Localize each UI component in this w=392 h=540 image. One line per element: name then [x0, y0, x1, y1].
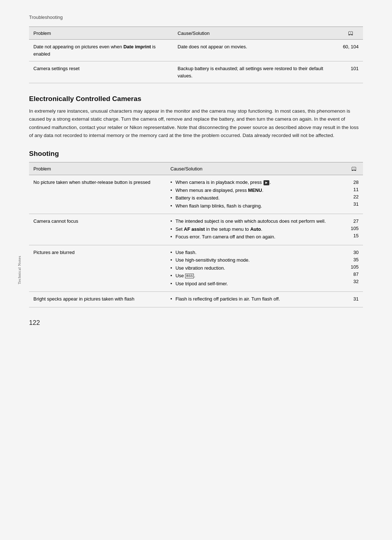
col-header-icon-shoot: 🕮 — [345, 162, 363, 175]
list-item: Use BSS. — [170, 272, 340, 279]
ref-cell: 60, 104 — [339, 40, 363, 61]
cause-cell: The intended subject is one with which a… — [166, 214, 345, 245]
cause-cell: Date does not appear on movies. — [173, 40, 338, 61]
list-item: When menus are displayed, press MENU. — [170, 187, 340, 194]
cause-cell: Flash is reflecting off particles in air… — [166, 292, 345, 307]
troubleshooting-header: Troubleshooting — [29, 15, 363, 20]
table-row: Pictures are blurred Use flash. Use high… — [29, 245, 363, 292]
list-item: When camera is in playback mode, press . — [170, 179, 340, 186]
section-body-electronically: In extremely rare instances, unusual cha… — [29, 107, 363, 140]
bullet-list: Use flash. Use high-sensitivity shooting… — [170, 249, 340, 287]
bullet-list: Flash is reflecting off particles in air… — [170, 295, 340, 303]
problem-cell: No picture taken when shutter-release bu… — [29, 175, 166, 214]
page: Technical Notes Troubleshooting Problem … — [0, 0, 392, 540]
list-item: Battery is exhausted. — [170, 194, 340, 202]
table-row: Camera cannot focus The intended subject… — [29, 214, 363, 245]
ref-cell: 30351058732 — [345, 245, 363, 292]
section-heading-electronically: Electronically Controlled Cameras — [29, 95, 363, 103]
problem-cell: Pictures are blurred — [29, 245, 166, 292]
table-date-imprint: Problem Cause/Solution 🕮 Date not appear… — [29, 27, 363, 83]
bold-term: Date imprint — [123, 44, 151, 49]
list-item: When flash lamp blinks, flash is chargin… — [170, 202, 340, 210]
playback-icon — [264, 180, 269, 185]
cause-cell: When camera is in playback mode, press .… — [166, 175, 345, 214]
col-header-icon: 🕮 — [339, 27, 363, 40]
col-header-problem: Problem — [29, 27, 173, 40]
table-row: Date not appearing on pictures even when… — [29, 40, 363, 61]
ref-stack: 28112231 — [349, 179, 359, 208]
bss-icon: BSS — [185, 274, 194, 278]
ref-cell: 31 — [345, 292, 363, 307]
bold-term: AF assist — [184, 226, 205, 232]
table-row: Camera settings reset Backup battery is … — [29, 61, 363, 83]
section-heading-shooting: Shooting — [29, 150, 363, 158]
ref-cell: 28112231 — [345, 175, 363, 214]
ref-cell: 101 — [339, 61, 363, 83]
col-header-cause: Cause/Solution — [173, 27, 338, 40]
list-item: Flash is reflecting off particles in air… — [170, 295, 340, 303]
list-item: Focus error. Turn camera off and then on… — [170, 233, 340, 241]
problem-cell: Camera settings reset — [29, 61, 173, 83]
list-item: Use high-sensitivity shooting mode. — [170, 257, 340, 264]
list-item: Use flash. — [170, 249, 340, 256]
table-row: Bright specks appear in pictures taken w… — [29, 292, 363, 307]
bullet-list: When camera is in playback mode, press .… — [170, 179, 340, 209]
list-item: Set AF assist in the setup menu to Auto. — [170, 226, 340, 233]
bold-term: Auto — [250, 226, 261, 232]
problem-cell: Camera cannot focus — [29, 214, 166, 245]
cause-cell: Use flash. Use high-sensitivity shooting… — [166, 245, 345, 292]
ref-stack: 2710515 — [349, 218, 359, 239]
section-label: Technical Notes — [17, 256, 21, 285]
page-number: 122 — [29, 319, 363, 327]
bullet-list: The intended subject is one with which a… — [170, 218, 340, 241]
list-item: Use tripod and self-timer. — [170, 280, 340, 287]
problem-cell: Date not appearing on pictures even when… — [29, 40, 173, 61]
col-header-problem-shoot: Problem — [29, 162, 166, 175]
book-icon: 🕮 — [348, 30, 354, 36]
menu-label: MENU — [248, 188, 262, 193]
book-icon-2: 🕮 — [351, 165, 357, 172]
col-header-cause-shoot: Cause/Solution — [166, 162, 345, 175]
list-item: The intended subject is one with which a… — [170, 218, 340, 225]
table-shooting: Problem Cause/Solution 🕮 No picture take… — [29, 162, 363, 307]
list-item: Use vibration reduction. — [170, 265, 340, 272]
cause-cell: Backup battery is exhausted; all setting… — [173, 61, 338, 83]
ref-stack: 30351058732 — [349, 249, 359, 286]
table-row: No picture taken when shutter-release bu… — [29, 175, 363, 214]
problem-cell: Bright specks appear in pictures taken w… — [29, 292, 166, 307]
ref-cell: 2710515 — [345, 214, 363, 245]
